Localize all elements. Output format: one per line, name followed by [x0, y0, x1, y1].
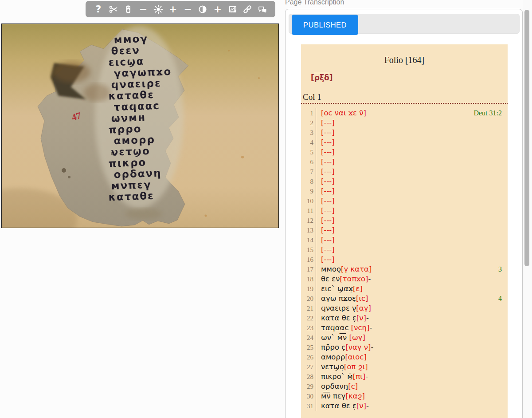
reconstructed-text: [ταπϫο]	[340, 275, 368, 283]
line-number: 12	[301, 216, 316, 225]
help-icon[interactable]: ?	[93, 2, 104, 16]
preserved-text: ταϥααϲ	[321, 323, 351, 332]
preserved-text: πρ̄ρο ϲ̣	[321, 343, 345, 351]
transcription-panel: PUBLISHED Folio [164] [ρξδ] Col 1 1[οϲ ν…	[285, 9, 523, 418]
increase-brightness-icon[interactable]: +	[167, 2, 179, 16]
transcription-line-row: 10[---]	[301, 196, 508, 206]
preserved-text: -	[369, 323, 372, 332]
line-text: πικρο` м̣̄[πι]-	[316, 372, 508, 382]
transcription-line-row: 30м͞ν πεγ[καϩ]	[301, 391, 508, 401]
svg-text:ορδανη: ορδανη	[113, 167, 162, 181]
line-number: 19	[301, 284, 316, 294]
transcription-line-row: 31κατα θε ε̣[ν]-	[301, 401, 508, 411]
line-text: αмορρ[αιοϲ]	[316, 352, 508, 362]
preserved-text: -	[366, 402, 369, 410]
reconstructed-text: [---]	[321, 118, 335, 127]
transcription-line-row: 12[---]	[301, 216, 508, 225]
line-number: 14	[301, 235, 316, 245]
transcription-line-row: 15[---]	[301, 245, 508, 255]
transcription-line-row: 21ϥναειρε ν̣[αγ]	[301, 304, 508, 313]
rotate-icon[interactable]	[122, 2, 134, 16]
line-text: [---]	[316, 245, 508, 255]
transcription-line-row: 1[οϲ ναι ϫε ν̄]Deut 31:2	[301, 108, 508, 118]
line-number: 6	[301, 157, 316, 167]
svg-text:πικρο: πικρο	[108, 156, 147, 169]
brightness-icon[interactable]	[153, 2, 164, 16]
increase-contrast-icon[interactable]: +	[212, 2, 223, 16]
reconstructed-text: [---]	[321, 216, 335, 225]
line-number: 15	[301, 245, 316, 255]
reconstructed-text: [---]	[321, 138, 335, 146]
line-number: 11	[301, 206, 316, 216]
line-text: ορδανη̣[ϲ]	[316, 382, 508, 391]
line-text: [---]	[316, 167, 508, 177]
line-number: 27	[301, 362, 316, 372]
crop-scissors-icon[interactable]	[108, 2, 119, 16]
line-number: 3	[301, 128, 316, 138]
column-label: Col 1	[303, 92, 508, 103]
comments-icon[interactable]	[257, 2, 268, 16]
manuscript-image-panel[interactable]: ммоγθεενειϲϣαγαγωπϫοϥναειρεκαταθεταϥααϲω…	[1, 24, 279, 228]
image-toolbar: ?−+−+	[86, 1, 275, 17]
line-text: κατα θε ε̣[ν]-	[316, 313, 508, 323]
line-number: 4	[301, 138, 316, 147]
transcription-sheet: Folio [164] [ρξδ] Col 1 1[οϲ ναι ϫε ν̄]D…	[301, 44, 508, 418]
line-text: ταϥααϲ [νϲη]-	[316, 323, 508, 333]
transcription-line-row: 25πρ̄ρο ϲ̣[ναγ ν]-	[301, 343, 508, 352]
line-text: [---]	[316, 186, 508, 196]
preserved-text: αмορρ	[321, 353, 345, 361]
transcription-line-row: 28πικρο` м̣̄[πι]-	[301, 372, 508, 382]
line-number: 29	[301, 382, 316, 391]
line-number: 20	[301, 294, 316, 304]
preserved-text: πικρο` м̣̄	[321, 372, 353, 381]
transcription-line-row: 18θε εν[ταπϫο]-	[301, 274, 508, 284]
preserved-text: ορδανη̣	[321, 382, 348, 390]
line-number: 26	[301, 352, 316, 362]
decrease-contrast-icon[interactable]: −	[182, 2, 194, 16]
transcription-line-row: 24ων` м͞ν [ωγ]	[301, 333, 508, 343]
verse-reference: 4	[498, 294, 502, 304]
line-text: θε εν[ταπϫο]-	[316, 274, 508, 284]
reconstructed-text: [ν]	[356, 402, 366, 410]
preserved-text: ειϲ` ϣαϫ̣	[321, 284, 353, 293]
line-number: 13	[301, 225, 316, 235]
line-number: 31	[301, 401, 316, 411]
line-text: [οϲ ναι ϫε ν̄]Deut 31:2	[316, 108, 508, 118]
preserved-text: -	[368, 275, 371, 283]
svg-text:γαγωπϫο: γαγωπϫο	[113, 66, 172, 79]
line-number: 21	[301, 304, 316, 313]
reconstructed-text: [ν]	[356, 314, 366, 322]
line-number: 17	[301, 264, 316, 274]
reconstructed-text: [---]	[321, 206, 335, 215]
line-text: [---]	[316, 206, 508, 216]
transcription-line-row: 8[---]	[301, 177, 508, 186]
decrease-brightness-icon[interactable]: −	[137, 2, 149, 16]
line-number: 7	[301, 167, 316, 177]
svg-text:θεεν: θεεν	[111, 44, 140, 57]
transcription-line-row: 19ειϲ` ϣαϫ̣[ε]	[301, 284, 508, 294]
line-text: [---]	[316, 255, 508, 264]
transcription-line-row: 2[---]	[301, 118, 508, 128]
line-number: 8	[301, 177, 316, 186]
reconstructed-text: [---]	[321, 167, 335, 176]
verse-reference: Deut 31:2	[473, 108, 502, 118]
line-text: [---]	[316, 235, 508, 245]
svg-text:ммоγ: ммоγ	[113, 33, 148, 46]
line-text: [---]	[316, 147, 508, 157]
line-text: κατα θε ε̣[ν]-	[316, 401, 508, 411]
line-text: [---]	[316, 157, 508, 167]
line-number: 30	[301, 391, 316, 401]
preserved-text: ммоο̣	[321, 265, 341, 273]
tab-published[interactable]: PUBLISHED	[292, 15, 358, 35]
line-number: 2	[301, 118, 316, 128]
svg-text:πρρο: πρρο	[108, 123, 142, 136]
scrollbar-thumb[interactable]	[524, 10, 529, 266]
reconstructed-text: [---]	[321, 158, 335, 166]
line-number: 18	[301, 274, 316, 284]
transcription-line-row: 5[---]	[301, 147, 508, 157]
transcription-line-row: 20αγω πϫοε̣[ιϲ]4	[301, 294, 508, 304]
contrast-icon[interactable]	[197, 2, 208, 16]
line-text: [---]	[316, 138, 508, 147]
link-icon[interactable]	[242, 2, 253, 16]
measure-icon[interactable]	[227, 2, 239, 16]
